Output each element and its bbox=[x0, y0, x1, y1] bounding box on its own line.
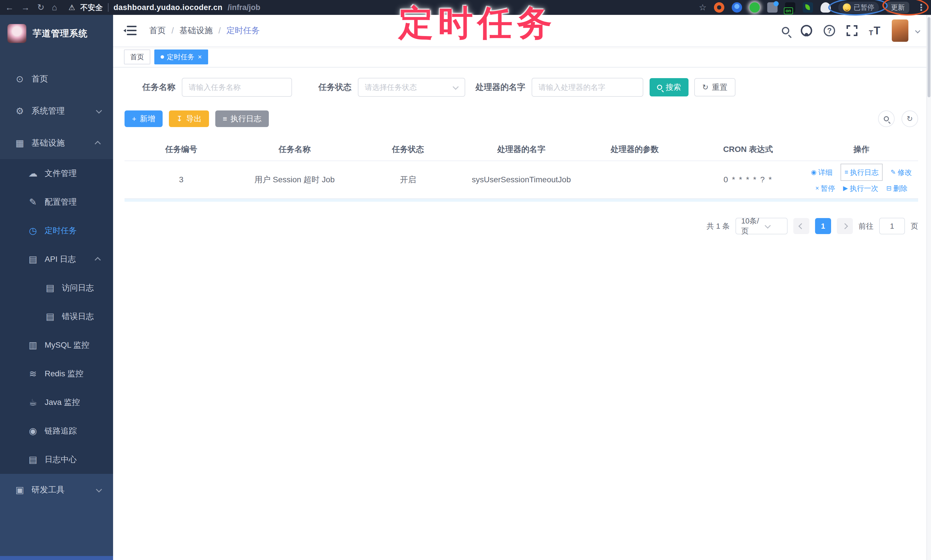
sidebar-item-devtool[interactable]: ▣ 研发工具 bbox=[0, 474, 113, 506]
refresh-button[interactable]: ↻ bbox=[902, 111, 918, 127]
chevron-down-icon bbox=[765, 222, 771, 228]
layers-icon: ≋ bbox=[26, 368, 40, 379]
sidebar-item-trace[interactable]: ◉ 链路追踪 bbox=[0, 417, 113, 445]
log-icon: ▤ bbox=[26, 254, 40, 265]
search-icon[interactable] bbox=[782, 27, 789, 34]
github-icon[interactable] bbox=[801, 25, 812, 36]
sidebar-submenu-infra: ☁ 文件管理 ✎ 配置管理 ◷ 定时任务 ▤ API 日志 ▤ bbox=[0, 159, 113, 474]
action-detail-link[interactable]: ◉ 详细 bbox=[811, 165, 832, 180]
sidebar-menu: ⊙ 首页 ⚙ 系统管理 ▦ 基础设施 ☁ 文件管理 ✎ 配置管理 bbox=[0, 63, 113, 556]
search-button[interactable]: 搜索 bbox=[650, 78, 689, 97]
prev-page-button[interactable] bbox=[793, 218, 809, 234]
sidebar-bottom-section: ▣ 研发工具 bbox=[0, 474, 113, 556]
sidebar-item-config[interactable]: ✎ 配置管理 bbox=[0, 188, 113, 216]
action-edit-link[interactable]: ✎ 修改 bbox=[891, 165, 912, 180]
sidebar-item-access-log[interactable]: ▤ 访问日志 bbox=[0, 274, 113, 302]
trash-icon: ⊟ bbox=[886, 185, 891, 191]
font-size-icon[interactable]: TT bbox=[869, 25, 880, 37]
sidebar-item-java[interactable]: ☕ Java 监控 bbox=[0, 388, 113, 417]
address-bar[interactable]: ⚠ 不安全 dashboard.yudao.iocoder.cn/infra/j… bbox=[68, 3, 260, 12]
sidebar-item-redis[interactable]: ≋ Redis 监控 bbox=[0, 359, 113, 388]
breadcrumb: 首页 / 基础设施 / 定时任务 bbox=[149, 25, 260, 36]
export-button[interactable]: ↧ 导出 bbox=[169, 111, 209, 127]
cell-task-name: 用户 Session 超时 Job bbox=[238, 161, 351, 198]
sidebar-item-infra[interactable]: ▦ 基础设施 bbox=[0, 127, 113, 159]
browser-home-icon[interactable]: ⌂ bbox=[52, 3, 57, 12]
job-log-button[interactable]: ≡ 执行日志 bbox=[215, 111, 269, 127]
sidebar-item-log-center[interactable]: ▤ 日志中心 bbox=[0, 445, 113, 474]
user-avatar[interactable] bbox=[892, 20, 908, 42]
tag-close-icon[interactable]: × bbox=[198, 54, 202, 60]
sidebar-logo-row[interactable]: 芋道管理系统 bbox=[0, 15, 113, 52]
action-pause-link[interactable]: × 暂停 bbox=[815, 181, 835, 196]
extension-icon-dark[interactable]: on bbox=[785, 2, 795, 12]
extension-icon-sprout[interactable] bbox=[803, 2, 813, 12]
toolbar-right: ↻ bbox=[878, 111, 918, 127]
list-icon: ≡ bbox=[223, 115, 227, 123]
address-divider bbox=[108, 3, 108, 12]
bookmark-star-icon[interactable]: ☆ bbox=[699, 3, 706, 12]
breadcrumb-infra[interactable]: 基础设施 bbox=[179, 25, 213, 36]
sidebar-item-home[interactable]: ⊙ 首页 bbox=[0, 63, 113, 95]
avatar-caret-icon[interactable] bbox=[915, 28, 920, 33]
browser-reload-icon[interactable]: ↻ bbox=[37, 3, 45, 12]
reset-button[interactable]: ↻ 重置 bbox=[694, 78, 735, 97]
next-page-button[interactable] bbox=[837, 218, 853, 234]
action-delete-link[interactable]: ⊟ 删除 bbox=[886, 181, 908, 196]
col-task-name: 任务名称 bbox=[238, 138, 351, 161]
col-handler-params: 处理器的参数 bbox=[578, 138, 691, 161]
extension-icon-orange[interactable] bbox=[714, 2, 724, 12]
table-toolbar: + 新增 ↧ 导出 ≡ 执行日志 ↻ bbox=[125, 111, 918, 127]
col-task-id: 任务编号 bbox=[125, 138, 238, 161]
table-row: 3 用户 Session 超时 Job 开启 sysUserSessionTim… bbox=[125, 161, 918, 198]
fullscreen-icon[interactable] bbox=[846, 25, 857, 36]
sidebar-item-job[interactable]: ◷ 定时任务 bbox=[0, 216, 113, 245]
cell-handler-name: sysUserSessionTimeoutJob bbox=[465, 161, 578, 198]
task-name-input[interactable] bbox=[182, 78, 292, 97]
cell-actions: ◉ 详细 ≡ 执行日志 ✎ 修改 bbox=[805, 161, 918, 198]
cloud-upload-icon: ☁ bbox=[26, 168, 40, 179]
sidebar-item-error-log[interactable]: ▤ 错误日志 bbox=[0, 302, 113, 331]
extension-icon-grid[interactable] bbox=[767, 2, 778, 12]
search-icon bbox=[884, 116, 889, 122]
goto-page-input[interactable] bbox=[879, 218, 905, 234]
browser-back-icon[interactable]: ← bbox=[5, 3, 14, 12]
task-status-select[interactable]: 请选择任务状态 bbox=[358, 78, 465, 97]
sidebar-item-mysql[interactable]: ▥ MySQL 监控 bbox=[0, 331, 113, 359]
scrollbar-thumb[interactable] bbox=[928, 17, 930, 97]
page-1-button[interactable]: 1 bbox=[815, 218, 831, 234]
filter-form: 任务名称 任务状态 请选择任务状态 处理器的名字 搜索 ↻ 重置 bbox=[125, 78, 918, 97]
toggle-search-button[interactable] bbox=[878, 111, 895, 127]
handler-name-input[interactable] bbox=[532, 78, 643, 97]
clock-icon: ◷ bbox=[26, 225, 40, 236]
pagination: 共 1 条 10条/页 1 前往 页 bbox=[125, 218, 918, 234]
eye-icon: ◉ bbox=[811, 169, 817, 175]
annotation-title: 定时任务 bbox=[399, 0, 556, 47]
chevron-down-icon bbox=[96, 107, 102, 113]
action-run-once-link[interactable]: ▶ 执行一次 bbox=[843, 181, 878, 196]
header-actions: ? TT bbox=[782, 20, 920, 42]
sidebar-toggle-icon[interactable] bbox=[125, 26, 137, 35]
tag-home[interactable]: 首页 bbox=[124, 49, 150, 65]
help-icon[interactable]: ? bbox=[824, 25, 835, 36]
sidebar-item-api-log[interactable]: ▤ API 日志 bbox=[0, 245, 113, 274]
col-cron: CRON 表达式 bbox=[691, 138, 805, 161]
tag-job-active[interactable]: 定时任务 × bbox=[154, 49, 208, 65]
refresh-icon: ↻ bbox=[907, 115, 913, 123]
app-logo bbox=[8, 24, 26, 43]
cell-task-id: 3 bbox=[125, 161, 238, 198]
page-size-select[interactable]: 10条/页 bbox=[735, 218, 788, 234]
breadcrumb-home[interactable]: 首页 bbox=[149, 25, 166, 36]
action-job-log-link[interactable]: ≡ 执行日志 bbox=[840, 164, 883, 181]
sidebar-bottom-strip bbox=[0, 556, 113, 560]
not-secure-warning-icon: ⚠ bbox=[68, 3, 75, 12]
sidebar-item-system[interactable]: ⚙ 系统管理 bbox=[0, 95, 113, 127]
browser-forward-icon[interactable]: → bbox=[21, 3, 30, 12]
extension-icon-blue[interactable] bbox=[732, 2, 742, 12]
sidebar-item-file[interactable]: ☁ 文件管理 bbox=[0, 159, 113, 188]
extension-icon-green[interactable] bbox=[749, 2, 760, 12]
chevron-right-icon bbox=[842, 223, 848, 229]
page-scrollbar[interactable] bbox=[926, 15, 931, 560]
page-content: 任务名称 任务状态 请选择任务状态 处理器的名字 搜索 ↻ 重置 bbox=[113, 68, 931, 234]
add-button[interactable]: + 新增 bbox=[125, 111, 163, 127]
